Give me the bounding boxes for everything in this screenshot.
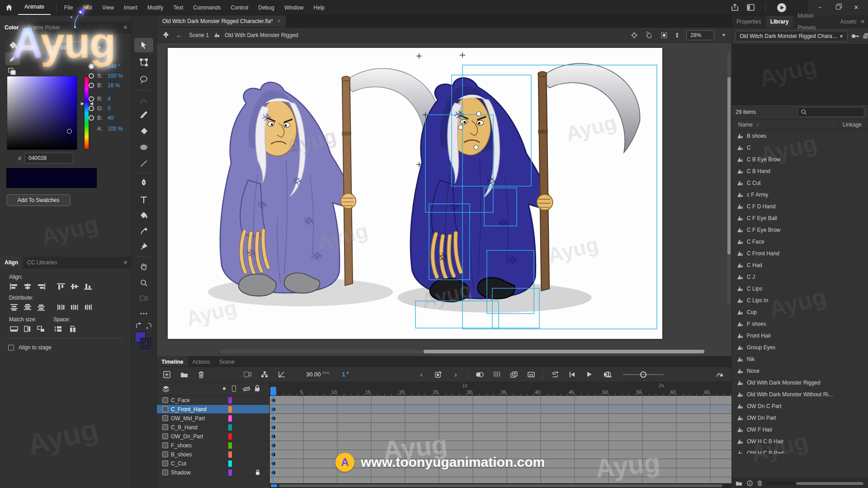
library-h-scrollbar[interactable] <box>767 482 864 485</box>
previous-keyframe-icon[interactable]: ‹ <box>416 370 427 380</box>
tab-color[interactable]: Color <box>0 22 23 33</box>
delete-layer-icon[interactable] <box>196 370 207 380</box>
frame-span-icon[interactable] <box>526 370 537 380</box>
menu-item[interactable]: View <box>97 0 119 15</box>
zoom-level-select[interactable]: 28% <box>686 30 714 40</box>
zoom-tool[interactable] <box>134 276 153 290</box>
timeline-h-scrollbar[interactable] <box>270 483 731 488</box>
layer-parenting-icon[interactable] <box>259 370 270 380</box>
column-name[interactable]: Name <box>732 122 753 128</box>
menu-item[interactable]: Help <box>308 0 330 15</box>
match-height-icon[interactable] <box>22 324 33 333</box>
menu-animate[interactable]: Animate <box>18 0 51 15</box>
layer-row[interactable]: B_shoes <box>157 450 269 459</box>
resize-timeline-icon[interactable] <box>714 370 725 380</box>
edit-multiple-frames-icon[interactable] <box>509 370 519 380</box>
menu-item[interactable]: Insert <box>119 0 142 15</box>
fill-color-icon[interactable] <box>8 41 18 50</box>
library-item[interactable]: OW F Hair <box>732 424 868 436</box>
highlight-column-icon[interactable] <box>223 387 226 390</box>
frame-row[interactable] <box>270 396 731 405</box>
library-item-name[interactable]: C B Eye Brow <box>747 156 781 163</box>
library-item[interactable]: OW H C B Part <box>732 447 868 454</box>
hand-tool[interactable] <box>134 259 153 274</box>
text-tool[interactable] <box>134 192 153 207</box>
library-item[interactable]: c F Army <box>732 189 868 201</box>
tab-frame-picker[interactable]: Frame Picker <box>23 22 64 33</box>
library-item-name[interactable]: C Face <box>747 239 764 245</box>
library-item[interactable]: C Face <box>732 236 868 248</box>
distribute-right-icon[interactable] <box>82 303 94 312</box>
align-right-icon[interactable] <box>35 282 47 291</box>
hue-arrow-left[interactable]: ▶ <box>81 101 84 106</box>
onion-skin-outline-icon[interactable] <box>491 370 502 380</box>
share-icon[interactable] <box>731 4 739 11</box>
outline-column-icon[interactable] <box>232 385 236 392</box>
edit-scene-icon[interactable] <box>162 32 170 39</box>
library-item-name[interactable]: C Lips <box>747 286 762 292</box>
match-both-icon[interactable] <box>35 324 47 333</box>
pin-library-icon[interactable] <box>851 34 859 38</box>
align-center-icon[interactable] <box>22 282 33 291</box>
library-item[interactable]: C F Eye Brow <box>732 224 868 236</box>
layer-name[interactable]: B_shoes <box>171 451 192 458</box>
menu-item[interactable]: Debug <box>253 0 279 15</box>
lock-column-icon[interactable] <box>255 385 260 392</box>
library-item-name[interactable]: Group Eyes <box>747 344 775 351</box>
distribute-hcenter-icon[interactable] <box>69 303 80 312</box>
timeline-zoom-slider[interactable] <box>623 371 664 378</box>
layer-row[interactable]: OW_Dn_Part <box>157 432 269 441</box>
library-item[interactable]: C B Hand <box>732 165 868 177</box>
distribute-vcenter-icon[interactable] <box>22 303 33 312</box>
tab-timeline[interactable]: Timeline <box>157 356 188 366</box>
library-item-name[interactable]: OW Dn C Part <box>747 403 782 409</box>
distribute-left-icon[interactable] <box>55 303 67 312</box>
color-mode-radio[interactable] <box>89 83 94 88</box>
library-item-name[interactable]: Nik <box>747 356 755 362</box>
stage-v-scrollbar[interactable] <box>727 52 731 305</box>
library-item-name[interactable]: C Cut <box>747 180 761 186</box>
saturation-brightness-box[interactable] <box>7 76 77 150</box>
library-item-name[interactable]: Nose <box>747 368 760 374</box>
tab-motion-presets[interactable]: Motion Presets <box>793 10 835 33</box>
library-item[interactable]: Nose <box>732 365 868 377</box>
layer-name[interactable]: C_Front_Hand <box>171 406 207 413</box>
selection-tool[interactable] <box>134 38 153 52</box>
next-keyframe-icon[interactable]: › <box>450 370 461 380</box>
frame-row[interactable] <box>270 423 731 432</box>
tab-scene[interactable]: Scene <box>215 356 239 366</box>
breadcrumb-symbol[interactable]: Old With Dark Monster Rigged <box>225 32 298 38</box>
library-item-name[interactable]: C B Hand <box>747 168 770 174</box>
oval-tool[interactable] <box>134 140 153 155</box>
color-mode-radio[interactable] <box>89 106 94 111</box>
playhead[interactable] <box>270 387 276 395</box>
library-item-name[interactable]: C F Eye Brow <box>747 227 780 233</box>
frame-row[interactable] <box>270 441 731 450</box>
color-mode-radio[interactable] <box>89 64 94 69</box>
panel-menu-icon[interactable]: ≡ <box>123 24 127 31</box>
breadcrumb-scene[interactable]: Scene 1 <box>189 32 209 38</box>
pin-tool[interactable] <box>134 239 153 254</box>
zoom-stepper[interactable]: ▲▼ <box>675 32 679 38</box>
back-arrow-icon[interactable]: ← <box>176 31 183 39</box>
library-item-name[interactable]: B shoes <box>747 133 766 139</box>
library-item-name[interactable]: C <box>747 145 751 151</box>
align-left-icon[interactable] <box>8 282 20 291</box>
align-to-stage-checkbox[interactable] <box>8 345 14 351</box>
library-item[interactable]: C F Eye Ball <box>732 212 868 224</box>
pen-tool[interactable] <box>134 175 153 190</box>
library-item[interactable]: Front Hair <box>732 330 868 342</box>
eraser-tool[interactable] <box>134 124 153 138</box>
close-tab-icon[interactable]: × <box>278 18 281 24</box>
stage-h-scrollbar-thumb[interactable] <box>424 350 704 353</box>
layer-name[interactable]: C_Cut <box>171 460 186 467</box>
layer-row[interactable]: OW_Mid_Part <box>157 414 269 423</box>
overlap-swatch-icon[interactable] <box>8 68 16 75</box>
paint-bucket-tool[interactable] <box>134 208 153 222</box>
library-search-input[interactable] <box>797 107 864 117</box>
color-mode-radio[interactable] <box>89 73 94 79</box>
menu-item[interactable]: Window <box>279 0 309 15</box>
library-item[interactable]: C Cut <box>732 177 868 189</box>
layer-row[interactable]: C_Cut <box>157 459 269 468</box>
library-item[interactable]: C J <box>732 271 868 283</box>
